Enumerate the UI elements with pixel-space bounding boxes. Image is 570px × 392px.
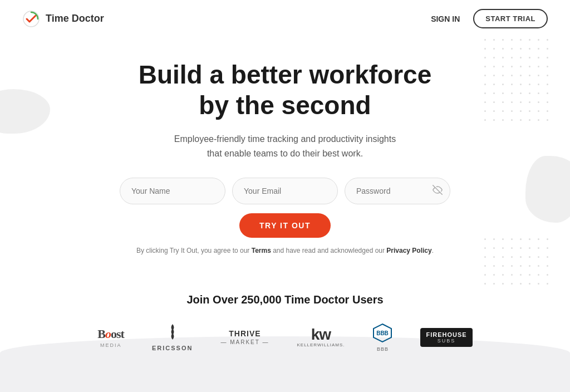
bbb-text: BBB bbox=[377, 346, 389, 352]
logos-title: Join Over 250,000 Time Doctor Users bbox=[186, 293, 383, 306]
bbb-logo: BBB BBB bbox=[372, 323, 392, 352]
boost-media-logo: Boost MEDIA bbox=[97, 327, 124, 348]
logo[interactable]: Time Doctor bbox=[22, 10, 104, 28]
terms-pre: By clicking Try It Out, you agree to our bbox=[136, 247, 252, 254]
terms-link[interactable]: Terms bbox=[252, 247, 271, 254]
hero-title-line1: Build a better workforce bbox=[139, 60, 432, 89]
hero-title-line2: by the second bbox=[199, 91, 371, 120]
kw-main-text: kw bbox=[311, 327, 331, 342]
start-trial-button[interactable]: START TRIAL bbox=[473, 9, 548, 28]
navbar: Time Doctor SIGN IN START TRIAL bbox=[0, 0, 570, 37]
name-input[interactable] bbox=[120, 178, 225, 204]
terms-text: By clicking Try It Out, you agree to our… bbox=[136, 247, 434, 254]
ericsson-symbol bbox=[164, 323, 181, 342]
firehouse-logo-box: FIREHOUSE SUBS bbox=[420, 328, 472, 347]
boost-word: Boost bbox=[97, 327, 124, 341]
logo-text: Time Doctor bbox=[46, 13, 104, 24]
thrive-market-logo: THRIVE — MARKET — bbox=[220, 329, 269, 346]
ericsson-name: ERICSSON bbox=[152, 345, 193, 351]
boost-logo-text: Boost bbox=[97, 327, 124, 341]
ericsson-logo: ERICSSON bbox=[152, 323, 193, 351]
firehouse-logo: FIREHOUSE SUBS bbox=[420, 328, 472, 347]
privacy-policy-link[interactable]: Privacy Policy bbox=[386, 247, 431, 254]
svg-text:BBB: BBB bbox=[377, 330, 389, 336]
nav-right: SIGN IN START TRIAL bbox=[431, 9, 548, 28]
kw-logo: kw KELLERWILLIAMS. bbox=[297, 327, 345, 347]
hero-section: Build a better workforce by the second E… bbox=[0, 37, 570, 288]
password-wrapper bbox=[345, 178, 450, 204]
hero-subtitle: Employee-friendly time tracking and prod… bbox=[168, 132, 402, 160]
email-input[interactable] bbox=[232, 178, 338, 204]
terms-post: . bbox=[432, 247, 434, 254]
signup-form bbox=[120, 178, 450, 204]
thrive-logo-text: THRIVE — MARKET — bbox=[220, 329, 269, 346]
hero-title: Build a better workforce by the second bbox=[139, 60, 432, 121]
kw-sub-text: KELLERWILLIAMS. bbox=[297, 342, 345, 347]
boost-subtext: MEDIA bbox=[100, 342, 122, 348]
terms-mid: and have read and acknowledged our bbox=[271, 247, 387, 254]
bbb-icon: BBB bbox=[372, 323, 392, 345]
logo-icon bbox=[22, 10, 40, 28]
eye-icon[interactable] bbox=[433, 185, 443, 197]
logos-section: Join Over 250,000 Time Doctor Users Boos… bbox=[0, 288, 570, 374]
sign-in-link[interactable]: SIGN IN bbox=[431, 14, 460, 23]
try-it-out-button[interactable]: TRY IT OUT bbox=[239, 213, 331, 238]
logos-row: Boost MEDIA ERICSSON THRIVE — MARKET — bbox=[97, 323, 472, 352]
